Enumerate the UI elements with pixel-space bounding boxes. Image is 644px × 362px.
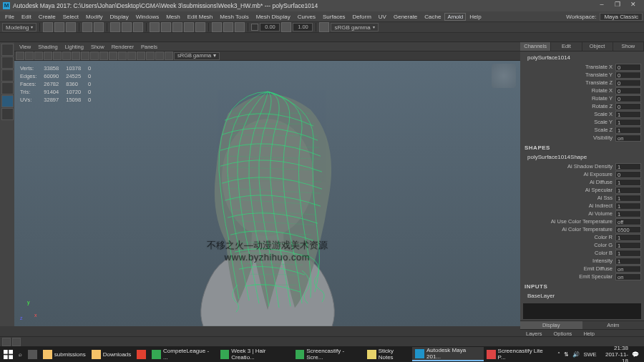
attr-value-field[interactable]: 1 — [615, 210, 641, 217]
maximize-button[interactable]: ❐ — [610, 1, 625, 11]
menu-create[interactable]: Create — [35, 14, 59, 20]
save-scene-icon[interactable] — [66, 22, 76, 32]
channel-tab-show[interactable]: Show — [613, 42, 644, 51]
menu-mesh-display[interactable]: Mesh Display — [253, 14, 294, 20]
scale-tool[interactable] — [1, 95, 14, 107]
tray-overflow-icon[interactable]: ˄ — [557, 351, 560, 358]
panel-menu-lighting[interactable]: Lighting — [62, 44, 87, 50]
camera-select-icon[interactable] — [16, 52, 24, 60]
menu-arnold[interactable]: Arnold — [444, 13, 466, 21]
shape-node-name[interactable]: polySurface1014Shape — [523, 152, 641, 162]
render-settings-icon[interactable] — [235, 22, 245, 32]
lights-icon[interactable] — [109, 52, 117, 60]
taskbar-item[interactable]: Screencastify - Scre... — [293, 347, 364, 361]
step-field-2[interactable]: 1.00 — [293, 23, 313, 31]
gate-mask-icon[interactable] — [72, 52, 80, 60]
taskbar-item[interactable]: Sticky Notes — [364, 347, 412, 361]
attr-value-field[interactable]: 0 — [615, 87, 641, 94]
taskbar-item[interactable]: Downloads — [89, 347, 135, 361]
channel-tab-edit[interactable]: Edit — [551, 42, 582, 51]
attr-value-field[interactable]: 1 — [615, 187, 641, 194]
attr-value-field[interactable]: 0 — [615, 72, 641, 79]
snap-grid-icon[interactable] — [150, 22, 160, 32]
construction-history-icon[interactable] — [281, 22, 291, 32]
attr-value-field[interactable]: 1 — [615, 234, 641, 241]
select-tool[interactable] — [1, 44, 14, 56]
minimize-button[interactable]: – — [594, 1, 610, 11]
lasso-tool[interactable] — [1, 57, 14, 69]
attr-value-field[interactable]: 1 — [615, 179, 641, 186]
step-field[interactable]: 0.00 — [260, 23, 280, 31]
bookmark-icon[interactable] — [25, 52, 34, 60]
attr-value-field[interactable]: 1 — [615, 242, 641, 249]
gamma-icon[interactable] — [165, 52, 173, 60]
taskbar-item[interactable]: Week 3 | Hair Creatio... — [218, 347, 293, 361]
action-center-icon[interactable]: 💬 — [632, 351, 639, 358]
rotate-tool[interactable] — [1, 82, 14, 94]
shadows-icon[interactable] — [118, 52, 127, 60]
redo-icon[interactable] — [94, 22, 104, 32]
time-slider[interactable] — [0, 326, 520, 336]
snap-live-icon[interactable] — [195, 22, 205, 32]
image-plane-icon[interactable] — [34, 52, 43, 60]
layer-tab-anim[interactable]: Anim — [582, 321, 645, 329]
snap-plane-icon[interactable] — [184, 22, 194, 32]
color-management-icon[interactable] — [319, 22, 329, 32]
taskbar-item[interactable]: CompeteLeague - ... — [149, 347, 217, 361]
last-tool[interactable] — [1, 108, 14, 120]
panel-menu-show[interactable]: Show — [87, 44, 108, 50]
attr-value-field[interactable]: 0 — [615, 79, 641, 87]
menu-mesh-tools[interactable]: Mesh Tools — [216, 14, 252, 20]
menu-windows[interactable]: Windows — [132, 14, 162, 20]
attr-value-field[interactable]: 6500 — [615, 226, 641, 233]
menu-cache[interactable]: Cache — [421, 14, 444, 20]
menu-curves[interactable]: Curves — [294, 14, 319, 20]
attr-value-field[interactable]: 0 — [615, 64, 641, 71]
menu-edit-mesh[interactable]: Edit Mesh — [184, 14, 217, 20]
taskbar-item[interactable]: submissions — [40, 347, 89, 361]
clock[interactable]: 21:38 2017-11-18 — [600, 345, 628, 363]
attr-value-field[interactable]: 1 — [615, 127, 641, 134]
task-view-icon[interactable] — [25, 347, 40, 361]
attr-value-field[interactable]: 0 — [615, 103, 641, 110]
undo-icon[interactable] — [82, 22, 92, 32]
attr-value-field[interactable]: on — [615, 265, 641, 273]
workspace-selector[interactable]: Maya Classic — [600, 13, 643, 21]
menu-mesh[interactable]: Mesh — [162, 14, 184, 20]
channel-tab-channels[interactable]: Channels — [520, 42, 551, 51]
start-button[interactable] — [1, 347, 16, 361]
render-icon[interactable] — [212, 22, 222, 32]
menu-deform[interactable]: Deform — [349, 14, 375, 20]
attr-value-field[interactable]: 1 — [615, 258, 641, 265]
attr-value-field[interactable]: 1 — [615, 119, 641, 126]
input-node-name[interactable]: BaseLayer — [523, 291, 641, 301]
network-icon[interactable]: ⇅ — [564, 351, 569, 358]
resolution-gate-icon[interactable] — [62, 52, 71, 60]
menu-uv[interactable]: UV — [375, 14, 390, 20]
attr-value-field[interactable]: on — [615, 134, 641, 142]
menu-help[interactable]: Help — [466, 14, 484, 20]
selected-object-name[interactable]: polySurface1014 — [523, 53, 641, 63]
taskbar-item[interactable] — [134, 347, 149, 361]
menu-edit[interactable]: Edit — [18, 14, 35, 20]
menu-generate[interactable]: Generate — [390, 14, 421, 20]
channel-command-area[interactable] — [523, 303, 641, 319]
attr-value-field[interactable]: 0 — [615, 95, 641, 102]
search-icon[interactable]: ⌕ — [16, 347, 25, 361]
viewport-persp[interactable]: Verts:33858103780Edges:60090245250Faces:… — [14, 61, 520, 327]
snap-curve-icon[interactable] — [161, 22, 171, 32]
new-scene-icon[interactable] — [43, 22, 53, 32]
menu-file[interactable]: File — [1, 14, 18, 20]
panel-menu-panels[interactable]: Panels — [137, 44, 161, 50]
isolate-icon[interactable] — [127, 52, 136, 60]
command-line-icon[interactable] — [12, 338, 21, 346]
snap-point-icon[interactable] — [172, 22, 182, 32]
close-button[interactable]: ✕ — [625, 1, 641, 11]
panel-menu-renderer[interactable]: Renderer — [108, 44, 137, 50]
taskbar-item[interactable]: Screencastify Lite P... — [484, 347, 555, 361]
color-transform-dropdown[interactable]: sRGB gamma▾ — [331, 23, 378, 31]
attr-value-field[interactable]: 1 — [615, 195, 641, 202]
menu-surfaces[interactable]: Surfaces — [319, 14, 349, 20]
view-cube[interactable] — [492, 64, 516, 88]
wireframe-icon[interactable] — [81, 52, 89, 60]
